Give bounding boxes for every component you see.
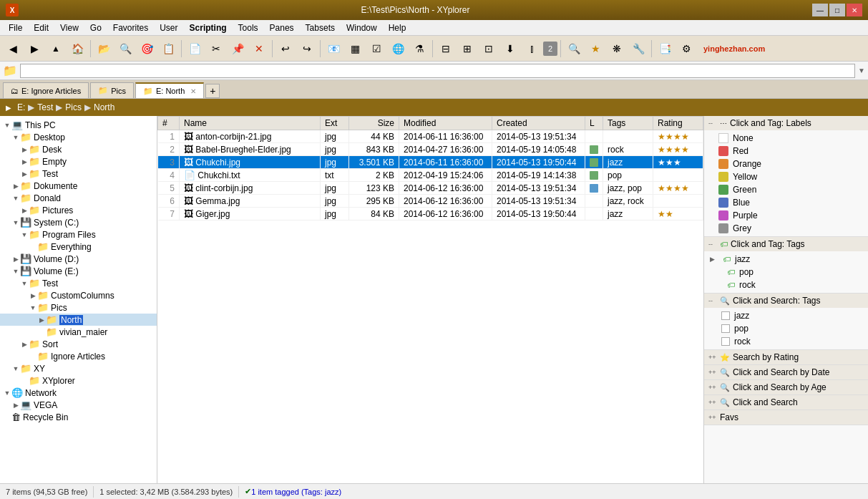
menu-help[interactable]: Help — [383, 21, 412, 34]
tag-button[interactable]: ★ — [585, 39, 605, 59]
tree-item-pics[interactable]: ▼ 📁 Pics — [0, 301, 157, 314]
redo-button[interactable]: ↪ — [297, 39, 317, 59]
breadcrumb-arrow[interactable]: ▶ — [6, 104, 11, 112]
address-input[interactable]: E:\Test\Pics\North — [20, 64, 855, 78]
layout1-button[interactable]: ⊟ — [436, 39, 456, 59]
view2-button[interactable]: ☑ — [366, 39, 386, 59]
menu-file[interactable]: File — [3, 21, 28, 34]
menu-tools[interactable]: Tools — [233, 21, 264, 34]
rp-search-jazz[interactable]: jazz — [704, 309, 868, 322]
rp-header-favs[interactable]: + Favs — [704, 410, 868, 425]
rp-label-purple[interactable]: Purple — [704, 209, 868, 222]
tree-item-ignorearticles[interactable]: 📁 Ignore Articles — [0, 350, 157, 362]
tree-item-volumed[interactable]: ▶ 💾 Volume (D:) — [0, 253, 157, 265]
tree-item-test-desktop[interactable]: ▶ 📁 Test — [0, 168, 157, 180]
layout3-button[interactable]: ⊡ — [479, 39, 499, 59]
tree-item-vivian[interactable]: 📁 vivian_maier — [0, 326, 157, 338]
layout2-button[interactable]: ⊞ — [457, 39, 477, 59]
script-button[interactable]: 🔧 — [628, 39, 648, 59]
delete-button[interactable]: ✕ — [249, 39, 269, 59]
rp-tag-jazz[interactable]: ▶ 🏷 jazz — [704, 253, 868, 266]
tab-pics[interactable]: 📁 Pics — [90, 82, 134, 98]
cut-button[interactable]: ✂ — [206, 39, 226, 59]
tab-add-button[interactable]: + — [205, 84, 220, 98]
home-button[interactable]: 🏠 — [67, 39, 87, 59]
rp-header-rating[interactable]: + ⭐ Search by Rating — [704, 350, 868, 364]
tab-ignore-articles[interactable]: 🗂 E: Ignore Articles — [3, 82, 89, 98]
menu-view[interactable]: View — [54, 21, 84, 34]
tree-item-xyplorer[interactable]: 📁 XYplorer — [0, 374, 157, 387]
col-ext[interactable]: Ext — [321, 117, 349, 130]
catalog-button[interactable]: 📑 — [655, 39, 675, 59]
rp-label-yellow[interactable]: Yellow — [704, 170, 868, 183]
tree-item-volumee[interactable]: ▼ 💾 Volume (E:) — [0, 265, 157, 277]
tree-item-desktop[interactable]: ▼ 📁 Desktop — [0, 131, 157, 143]
col-label[interactable]: L — [585, 117, 603, 130]
breadcrumb-test[interactable]: Test — [37, 102, 53, 112]
tree-item-xy[interactable]: ▼ 📁 XY — [0, 362, 157, 374]
tab-close-3[interactable]: ✕ — [190, 87, 196, 95]
col-name[interactable]: Name — [180, 117, 321, 130]
rp-label-red[interactable]: Red — [704, 145, 868, 158]
tree-item-donald[interactable]: ▼ 📁 Donald — [0, 192, 157, 204]
settings-button[interactable]: ⚙ — [676, 39, 696, 59]
rp-label-grey[interactable]: Grey — [704, 222, 868, 235]
maximize-button[interactable]: □ — [829, 4, 845, 16]
rp-header-tagtags[interactable]: - 🏷 Click and Tag: Tags — [704, 237, 868, 251]
send-button[interactable]: 📧 — [323, 39, 343, 59]
undo-button[interactable]: ↩ — [275, 39, 296, 59]
col-rating[interactable]: Rating — [653, 117, 703, 130]
rp-label-none[interactable]: None — [704, 132, 868, 145]
tree-item-everything[interactable]: 📁 Everything — [0, 241, 157, 253]
flower-button[interactable]: ❋ — [607, 39, 627, 59]
rp-tag-rock[interactable]: 🏷 rock — [704, 278, 868, 291]
breadcrumb-pics[interactable]: Pics — [65, 102, 82, 112]
menu-tabsets[interactable]: Tabsets — [300, 21, 341, 34]
breadcrumb-e[interactable]: E: — [17, 102, 25, 112]
tree-item-thispc[interactable]: ▼ 💻 This PC — [0, 119, 157, 131]
menu-panes[interactable]: Panes — [264, 21, 300, 34]
rp-label-orange[interactable]: Orange — [704, 158, 868, 170]
menu-go[interactable]: Go — [84, 21, 107, 34]
rp-header-search[interactable]: + 🔍 Click and Search — [704, 395, 868, 410]
globe-button[interactable]: 🌐 — [388, 39, 408, 59]
breadcrumb-north[interactable]: North — [94, 102, 114, 112]
table-row[interactable]: 1 🖼 anton-corbijn-21.jpg jpg 44 KB 2014-… — [158, 130, 703, 143]
rp-header-searchage[interactable]: + 🔍 Click and Search by Age — [704, 380, 868, 394]
split-button[interactable]: ⫿ — [522, 39, 542, 59]
view1-button[interactable]: ▦ — [345, 39, 365, 59]
folder-button[interactable]: 📂 — [94, 39, 114, 59]
tree-item-dokumente[interactable]: ▶ 📁 Dokumente — [0, 180, 157, 192]
download-button[interactable]: ⬇ — [500, 39, 520, 59]
tree-item-empty[interactable]: ▶ 📁 Empty — [0, 155, 157, 168]
search2-button[interactable]: 🔍 — [564, 39, 584, 59]
tree-item-recyclebin[interactable]: 🗑 Recycle Bin — [0, 411, 157, 423]
menu-scripting[interactable]: Scripting — [184, 21, 233, 34]
tree-item-test-e[interactable]: ▼ 📁 Test — [0, 277, 157, 289]
paste-button[interactable]: 📌 — [228, 39, 248, 59]
rp-search-pop[interactable]: pop — [704, 322, 868, 335]
forward-button[interactable]: ▶ — [24, 39, 44, 59]
expander-desktop[interactable]: ▼ — [11, 134, 20, 141]
col-modified[interactable]: Modified — [399, 117, 492, 130]
rp-header-searchdate[interactable]: + 🔍 Click and Search by Date — [704, 365, 868, 379]
tree-item-programfiles[interactable]: ▼ 📁 Program Files — [0, 228, 157, 241]
col-hash[interactable]: # — [158, 117, 180, 130]
table-row[interactable]: 4 📄 Chukchi.txt txt 2 KB 2012-04-19 15:2… — [158, 169, 703, 182]
target-button[interactable]: 🎯 — [137, 39, 157, 59]
rp-tag-pop[interactable]: 🏷 pop — [704, 266, 868, 278]
tree-item-network[interactable]: ▼ 🌐 Network — [0, 387, 157, 399]
minimize-button[interactable]: — — [812, 4, 828, 16]
rp-label-green[interactable]: Green — [704, 183, 868, 196]
tab-north[interactable]: 📁 E: North ✕ — [135, 82, 204, 98]
table-row[interactable]: 5 🖼 clint-corbijn.jpg jpg 123 KB 2014-06… — [158, 182, 703, 195]
tab-num-button[interactable]: 2 — [543, 42, 557, 56]
col-tags[interactable]: Tags — [603, 117, 653, 130]
menu-favorites[interactable]: Favorites — [107, 21, 154, 34]
rp-header-searchtags[interactable]: - 🔍 Click and Search: Tags — [704, 294, 868, 308]
tree-item-pictures[interactable]: ▶ 📁 Pictures — [0, 204, 157, 216]
copy2-button[interactable]: 📄 — [185, 39, 205, 59]
filter-button[interactable]: ⚗ — [409, 39, 429, 59]
search-button[interactable]: 🔍 — [115, 39, 135, 59]
table-row[interactable]: 6 🖼 Gemma.jpg jpg 295 KB 2014-06-12 16:3… — [158, 195, 703, 208]
